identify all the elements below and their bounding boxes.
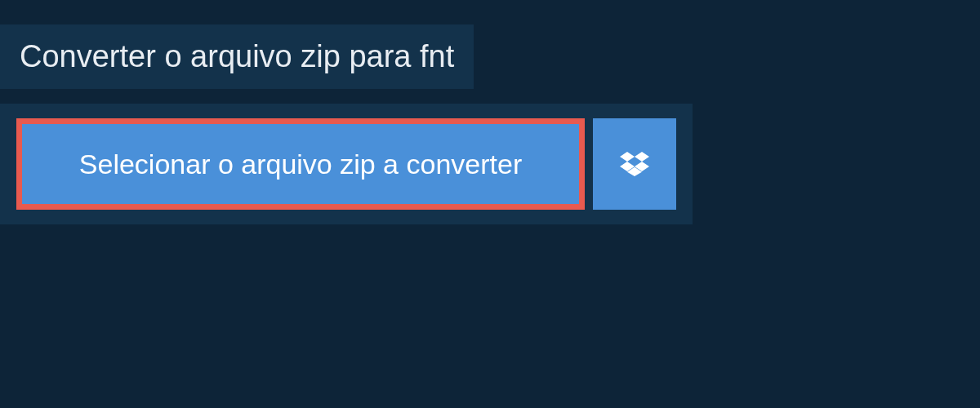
upload-panel: Selecionar o arquivo zip a converter bbox=[0, 104, 693, 224]
select-file-label: Selecionar o arquivo zip a converter bbox=[79, 149, 522, 180]
select-file-button[interactable]: Selecionar o arquivo zip a converter bbox=[16, 118, 585, 210]
page-title: Converter o arquivo zip para fnt bbox=[20, 39, 454, 73]
dropbox-icon bbox=[620, 149, 649, 179]
title-bar: Converter o arquivo zip para fnt bbox=[0, 24, 474, 89]
dropbox-button[interactable] bbox=[593, 118, 676, 210]
